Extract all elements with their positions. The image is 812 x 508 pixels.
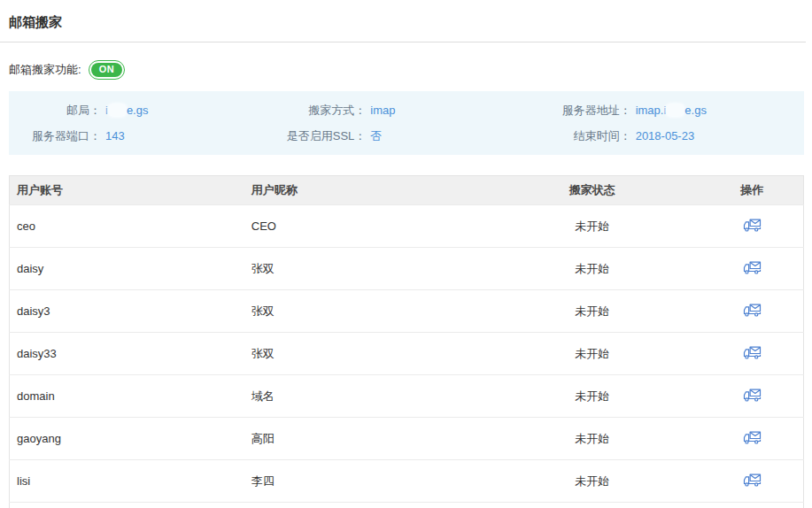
settings-field: 邮局： ie.gs (9, 100, 274, 121)
action-cell (700, 248, 803, 290)
nickname-cell: 张双 (244, 248, 483, 290)
settings-field: 搬家方式： imap (274, 100, 538, 121)
field-value: 否 (370, 126, 382, 147)
field-value: 143 (105, 126, 125, 147)
table-row: domain 域名 未开始 (10, 375, 804, 418)
user-migration-table: 用户账号 用户昵称 搬家状态 操作 ceo CEO 未开始 (9, 175, 804, 508)
field-value: imap (370, 100, 395, 121)
start-migration-button[interactable] (743, 473, 762, 487)
field-value-text: 否 (370, 129, 382, 142)
table-row: daisy3 张双 未开始 (10, 290, 804, 333)
field-label: 结束时间： (539, 126, 631, 147)
nickname-cell: CEO (244, 205, 483, 248)
status-cell: 未开始 (483, 460, 700, 503)
field-value-suffix: e.gs (127, 104, 149, 117)
account-cell: ceo (10, 205, 244, 248)
action-cell (700, 418, 803, 460)
start-migration-button[interactable] (743, 430, 762, 444)
page-title: 邮箱搬家 (9, 14, 812, 31)
nickname-cell: 李四 (244, 460, 483, 503)
field-value-text: 143 (105, 129, 125, 142)
settings-field: 服务器端口： 143 (9, 126, 274, 147)
settings-field: 是否启用SSL： 否 (274, 126, 538, 147)
redaction-blur (667, 104, 684, 116)
field-value-prefix: imap.i (636, 104, 667, 117)
start-migration-button[interactable] (743, 303, 762, 317)
action-cell (700, 333, 803, 375)
table-header-row: 用户账号 用户昵称 搬家状态 操作 (10, 176, 804, 205)
action-cell (700, 375, 803, 418)
migration-feature-toggle[interactable]: ON (89, 60, 126, 80)
status-cell: 未开始 (483, 333, 700, 375)
start-migration-button[interactable] (743, 218, 762, 232)
action-cell (700, 205, 803, 248)
partial-next-row (10, 503, 804, 508)
toggle-state-label: ON (91, 63, 123, 77)
field-value-text: imap (370, 104, 395, 117)
status-cell: 未开始 (483, 375, 700, 418)
nickname-cell: 张双 (244, 333, 483, 375)
col-header-action: 操作 (700, 176, 803, 205)
mail-truck-icon (743, 345, 762, 359)
account-cell: daisy (10, 248, 244, 290)
field-label: 是否启用SSL： (274, 126, 366, 147)
field-label: 服务器端口： (9, 126, 101, 147)
mail-truck-icon (743, 473, 762, 487)
field-label: 搬家方式： (274, 100, 366, 121)
nickname-cell: 张双 (244, 290, 483, 333)
field-value-prefix: i (105, 104, 108, 117)
mail-truck-icon (743, 303, 762, 317)
action-cell (700, 290, 803, 333)
account-cell: domain (10, 375, 244, 418)
action-cell (700, 460, 803, 503)
settings-field: 服务器地址： imap.ie.gs (539, 100, 804, 121)
col-header-nickname: 用户昵称 (244, 176, 483, 205)
table-body: ceo CEO 未开始 (10, 205, 804, 503)
nickname-cell: 域名 (244, 375, 483, 418)
redaction-blur (109, 104, 126, 116)
status-cell: 未开始 (483, 290, 700, 333)
nickname-cell: 高阳 (244, 418, 483, 460)
field-value: 2018-05-23 (636, 126, 695, 147)
status-cell: 未开始 (483, 205, 700, 248)
settings-field: 结束时间： 2018-05-23 (539, 126, 804, 147)
mail-truck-icon (743, 218, 762, 232)
field-value: imap.ie.gs (636, 100, 707, 121)
status-cell: 未开始 (483, 248, 700, 290)
field-label: 邮局： (9, 100, 101, 121)
mail-truck-icon (743, 260, 762, 274)
migration-settings-panel: 邮局： ie.gs 搬家方式： imap 服务器地址： imap.ie.gs 服… (9, 91, 804, 155)
migration-feature-row: 邮箱搬家功能: ON (9, 60, 812, 80)
account-cell: gaoyang (10, 418, 244, 460)
table-row: daisy 张双 未开始 (10, 248, 804, 290)
start-migration-button[interactable] (743, 388, 762, 402)
table-row: daisy33 张双 未开始 (10, 333, 804, 375)
col-header-account: 用户账号 (10, 176, 244, 205)
account-cell: daisy33 (10, 333, 244, 375)
field-label: 服务器地址： (539, 100, 631, 121)
table-row: lisi 李四 未开始 (10, 460, 804, 503)
field-value: ie.gs (105, 100, 148, 121)
mail-truck-icon (743, 388, 762, 402)
table-row: gaoyang 高阳 未开始 (10, 418, 804, 460)
table-row: ceo CEO 未开始 (10, 205, 804, 248)
field-value-suffix: e.gs (684, 104, 707, 117)
settings-grid: 邮局： ie.gs 搬家方式： imap 服务器地址： imap.ie.gs 服… (9, 100, 804, 147)
email-migration-page: 邮箱搬家 邮箱搬家功能: ON 邮局： ie.gs 搬家方式： imap 服务器 (0, 0, 812, 508)
title-divider (0, 42, 806, 42)
user-migration-table-wrap: 用户账号 用户昵称 搬家状态 操作 ceo CEO 未开始 (9, 175, 804, 508)
field-value-text: 2018-05-23 (636, 129, 695, 142)
account-cell: daisy3 (10, 290, 244, 333)
status-cell: 未开始 (483, 418, 700, 460)
migration-feature-label: 邮箱搬家功能: (9, 62, 81, 78)
col-header-status: 搬家状态 (483, 176, 700, 205)
mail-truck-icon (743, 430, 762, 444)
account-cell: lisi (10, 460, 244, 503)
start-migration-button[interactable] (743, 260, 762, 274)
start-migration-button[interactable] (743, 345, 762, 359)
